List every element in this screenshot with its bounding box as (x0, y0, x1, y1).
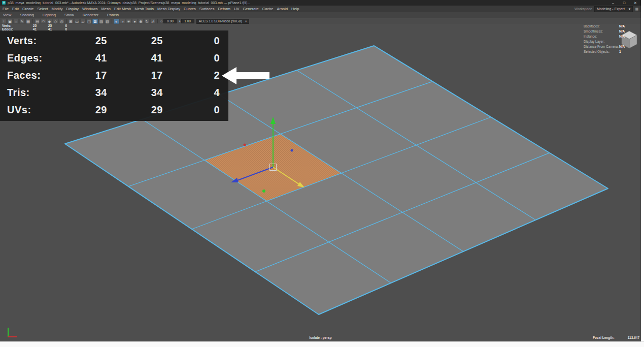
safe-title-icon[interactable]: ▧ (105, 19, 110, 24)
menu-mesh-display[interactable]: Mesh Display (157, 7, 180, 11)
panel-menu-panels[interactable]: Panels (107, 13, 119, 17)
anti-aliasing-icon[interactable]: ⇄ (150, 19, 156, 24)
object-detail-row: Selected Objects:1 (584, 49, 640, 54)
shadows-icon[interactable]: ● (132, 19, 138, 24)
menu-help[interactable]: Help (291, 7, 299, 11)
make-live-icon[interactable]: ◎ (59, 19, 64, 24)
menu-edit-mesh[interactable]: Edit Mesh (114, 7, 131, 11)
menu-windows[interactable]: Windows (82, 7, 97, 11)
viewport[interactable]: Verts:25250Edges:41410 Verts:25250Edges:… (0, 24, 641, 341)
bookmark-icon[interactable]: ▦ (25, 19, 31, 24)
window-title: p38_maya_modeling_tutorial_003.mb* - Aut… (8, 1, 607, 5)
grip-icon[interactable]: ⋮ (1, 19, 7, 24)
workspace-grid-icon[interactable]: ▦ (635, 7, 638, 11)
object-detail-row: Display Layer: (584, 39, 640, 44)
menu-uv[interactable]: UV (234, 7, 239, 11)
safe-action-icon[interactable]: ▨ (98, 19, 104, 24)
detail-label-instance: Instance: (584, 34, 619, 39)
maximize-button[interactable]: □ (619, 0, 630, 6)
panel-menu-shading[interactable]: Shading (20, 13, 34, 17)
polycount-row-col2: 41 (107, 50, 163, 68)
gamma-field[interactable]: 1.00 (181, 19, 194, 23)
detail-value-smoothness: N/A (619, 29, 640, 34)
view-transform-dropdown-value: ACES 1.0 SDR-video (sRGB) (199, 19, 242, 23)
wireframe-on-shaded-icon[interactable]: ◐ (114, 19, 119, 24)
polycount-row-total: 34 (55, 85, 107, 102)
polycount-row-total: 17 (55, 68, 107, 85)
menu-deform[interactable]: Deform (218, 7, 230, 11)
z-axis-dot[interactable] (291, 149, 293, 152)
polycount-small-row: Verts:25250 (2, 24, 67, 27)
object-detail-row: Instance:N/A (584, 34, 640, 39)
panel-menu-lighting[interactable]: Lighting (43, 13, 56, 17)
view-transform-dropdown[interactable]: ACES 1.0 SDR-video (sRGB)▾ (196, 19, 250, 24)
lasso-select-icon[interactable]: ◌ (13, 19, 19, 24)
xray-icon[interactable]: ◑ (120, 19, 125, 24)
select-camera-icon[interactable]: ▣ (7, 19, 13, 24)
field-chart-icon[interactable]: ⊠ (92, 19, 98, 24)
menu-display[interactable]: Display (66, 7, 79, 11)
screen-bottom-strip (0, 341, 644, 347)
detail-label-display-layer: Display Layer: (584, 39, 619, 44)
detail-value-selected-objects: 1 (619, 49, 640, 54)
detail-label-selected-objects: Selected Objects: (584, 49, 619, 54)
polycount-hud-small: Verts:25250Edges:41410 (2, 24, 67, 31)
y-plane-dot[interactable] (262, 190, 265, 193)
polycount-row-col2: 34 (107, 85, 163, 102)
workspace-value: Modeling - Expert (597, 7, 625, 11)
polycount-row-total: 25 (55, 33, 107, 50)
object-detail-row: Smoothness:N/A (584, 29, 640, 34)
polycount-row-total: 29 (55, 102, 107, 119)
menu-file[interactable]: File (3, 7, 9, 11)
resolution-gate-icon[interactable]: ▱ (80, 19, 86, 24)
minimize-button[interactable]: – (607, 0, 619, 6)
menu-edit[interactable]: Edit (12, 7, 19, 11)
ambient-occlusion-icon[interactable]: ⊕ (138, 19, 144, 24)
gamma-field-group: ◑1.00 (178, 19, 194, 23)
x-axis-dot[interactable] (244, 144, 246, 146)
polycount-row-selected: 0 (163, 50, 220, 68)
menu-mesh-tools[interactable]: Mesh Tools (134, 7, 154, 11)
grid-display-icon[interactable]: ⊞ (68, 19, 74, 24)
menu-curves[interactable]: Curves (184, 7, 196, 11)
exposure-field-group: ☼0.00 (160, 19, 177, 23)
menu-mesh[interactable]: Mesh (101, 7, 111, 11)
polycount-row-col2: 29 (107, 102, 163, 119)
menu-arnold[interactable]: Arnold (277, 7, 288, 11)
chevron-down-icon: ▾ (629, 7, 631, 11)
close-button[interactable]: ✕ (630, 0, 641, 6)
polycount-row: Faces:17172 (0, 68, 228, 85)
menu-generate[interactable]: Generate (243, 7, 258, 11)
menu-surfaces[interactable]: Surfaces (199, 7, 215, 11)
chevron-down-icon: ▾ (245, 19, 247, 23)
exposure-icon: ☼ (160, 19, 163, 23)
polycount-row-selected: 0 (163, 102, 220, 119)
focal-length-value: 113.647 (628, 336, 639, 339)
menu-cache[interactable]: Cache (262, 7, 274, 11)
panel-menu-renderer[interactable]: Renderer (83, 13, 98, 17)
object-detail-row: Distance From Camera:N/A (584, 44, 640, 49)
exposure-field[interactable]: 0.00 (163, 19, 177, 23)
camera-attributes-icon[interactable]: ✎ (19, 19, 25, 24)
lighting-icon[interactable]: ☀ (126, 19, 131, 24)
film-gate-icon[interactable]: ▭ (74, 19, 80, 24)
menu-select[interactable]: Select (38, 7, 48, 11)
gate-mask-icon[interactable]: ◫ (86, 19, 92, 24)
panel-menu-view[interactable]: View (3, 13, 11, 17)
snap-to-plane-icon[interactable]: ◇ (53, 19, 58, 24)
menu-items: FileEditCreateSelectModifyDisplayWindows… (3, 7, 303, 11)
isolate-camera-label: Isolate : persp (0, 336, 641, 339)
panel-menu-show[interactable]: Show (64, 13, 74, 17)
menu-modify[interactable]: Modify (51, 7, 62, 11)
snap-to-curve-icon[interactable]: ◠ (41, 19, 46, 24)
detail-label-smoothness: Smoothness: (584, 29, 619, 34)
workspace-dropdown[interactable]: Modeling - Expert ▾ (594, 6, 633, 12)
snap-to-point-icon[interactable]: ◆ (47, 19, 52, 24)
snap-to-grid-icon[interactable]: ▤ (35, 19, 40, 24)
polycount-row: Verts:25250 (0, 33, 228, 50)
polycount-hud-overlay: Verts:25250Edges:41410Faces:17172Tris:34… (0, 30, 228, 121)
motion-blur-icon[interactable]: ↻ (144, 19, 150, 24)
menu-create[interactable]: Create (22, 7, 34, 11)
detail-value-backfaces: N/A (619, 24, 640, 29)
gamma-icon: ◑ (178, 19, 180, 23)
